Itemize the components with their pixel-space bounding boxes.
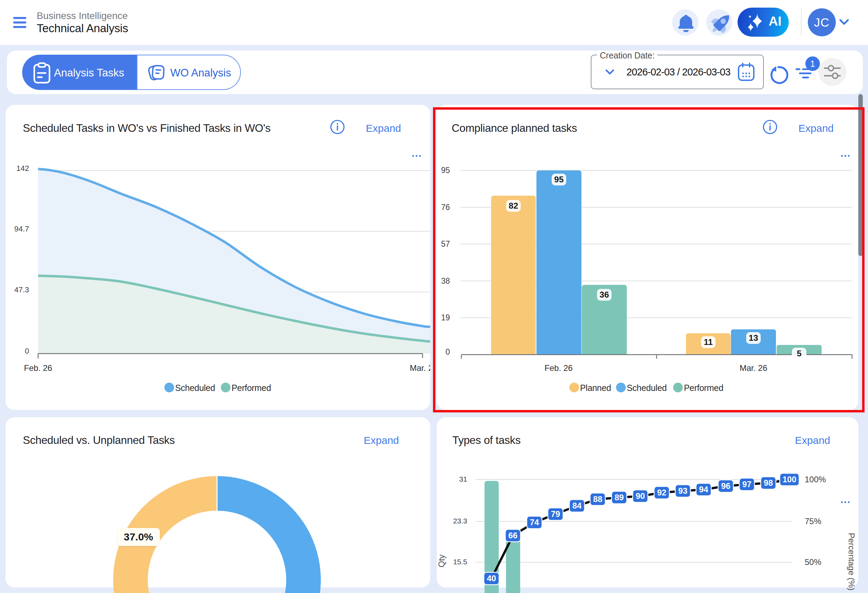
svg-text:40: 40 [487,574,496,583]
svg-text:98: 98 [764,478,773,487]
svg-text:74: 74 [530,518,539,527]
svg-text:100: 100 [782,475,796,484]
svg-text:92: 92 [657,488,667,497]
svg-text:96: 96 [721,481,731,491]
svg-text:94: 94 [699,485,709,494]
svg-text:89: 89 [615,493,624,502]
svg-text:79: 79 [551,509,560,519]
svg-text:97: 97 [743,479,752,489]
svg-text:84: 84 [573,501,582,510]
svg-text:66: 66 [508,531,518,540]
svg-text:90: 90 [636,491,645,501]
svg-text:93: 93 [678,486,688,496]
svg-text:88: 88 [593,494,602,504]
